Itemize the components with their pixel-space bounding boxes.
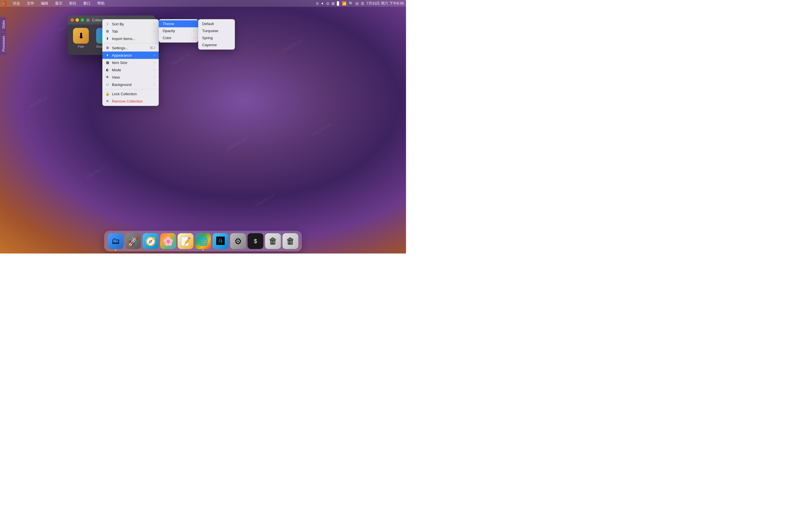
dock-trash-full[interactable]: 🗑: [265, 233, 281, 249]
dock-safari[interactable]: 🧭: [143, 233, 158, 249]
dock-appstore[interactable]: 🅰: [213, 233, 229, 249]
background-icon: □: [105, 82, 110, 87]
menu-item-remove-collection[interactable]: ✕ Remove Collection: [102, 98, 159, 105]
submenu-opacity[interactable]: Opacity ›: [159, 27, 198, 34]
maximize-button[interactable]: [81, 18, 84, 22]
theme-label: Theme: [163, 22, 191, 26]
settings-text: Settings...: [112, 46, 147, 50]
menubar-right: ⎘ ✦ ⊙ ⊞ ▊ 📶 🔍 ⊟ ☰ 7月31日 周六 下午8:39: [316, 1, 404, 6]
menubar-circle-icon[interactable]: ⊙: [326, 1, 329, 6]
menu-item-mode[interactable]: ◐ Mode ›: [102, 66, 159, 73]
settings-icon: ⚙: [105, 46, 110, 50]
spring-label: Spring: [202, 36, 231, 40]
dock-settings[interactable]: ⚙: [230, 233, 246, 249]
menu-separator-2: [102, 89, 159, 89]
dock-finder[interactable]: 🗂: [108, 233, 123, 249]
appearance-chevron: ›: [154, 54, 155, 57]
import-text: Import Items...: [112, 37, 155, 41]
close-button[interactable]: [70, 18, 74, 22]
import-icon: ⬇: [105, 36, 110, 41]
background-text: Background: [112, 82, 152, 87]
menubar-edit[interactable]: 编辑: [40, 1, 49, 6]
menubar-copy-icon[interactable]: ⎘: [316, 1, 319, 6]
tab-text: Tab: [112, 29, 152, 34]
menubar-control-center-icon[interactable]: ⊟: [356, 1, 359, 6]
dock: 🗂 🚀 🧭 🌸 📝 🌐 🅰 ⚙ $ 🗑: [104, 231, 302, 251]
menubar-notification-icon[interactable]: ☰: [361, 1, 364, 6]
menubar-search-icon[interactable]: 🔍: [349, 1, 353, 6]
menu-item-settings[interactable]: ⚙ Settings... ⌘J: [102, 44, 159, 52]
sort-by-chevron: ›: [154, 22, 155, 25]
appearance-text: Appearance: [112, 53, 152, 57]
dock-photos[interactable]: 🌸: [160, 233, 176, 249]
menubar-help[interactable]: 帮助: [96, 1, 106, 6]
menubar-grid-icon[interactable]: ⊞: [332, 1, 335, 6]
appstore-icon: 🅰: [216, 236, 225, 246]
theme-chevron: ›: [193, 22, 194, 25]
dock-launchpad[interactable]: 🚀: [125, 233, 141, 249]
trash-full-icon: 🗑: [269, 236, 277, 246]
color-chevron: ›: [193, 36, 194, 40]
item-size-text: Item Size: [112, 61, 152, 65]
folx-label: Folx: [78, 45, 84, 48]
menu-item-lock-collection[interactable]: 🔒 Lock Collection: [102, 90, 159, 98]
app-item-folx[interactable]: ⬇ Folx: [71, 28, 91, 48]
collection-icon: ⊞: [86, 18, 90, 22]
safari-icon: 🧭: [146, 236, 156, 246]
mode-icon: ◐: [105, 68, 110, 72]
menubar-app-icon[interactable]: ✦: [321, 1, 324, 6]
sidebar-tab-processes[interactable]: Processes: [0, 33, 6, 55]
menubar-view[interactable]: 显示: [54, 1, 63, 6]
sidebar-tabs: Disks Processes: [0, 17, 6, 55]
dock-notes[interactable]: 📝: [177, 233, 193, 249]
remove-collection-text: Remove Collection: [112, 99, 155, 103]
cayenne-label: Cayenne: [202, 43, 231, 47]
lock-collection-text: Lock Collection: [112, 92, 155, 96]
menubar-go[interactable]: 前往: [68, 1, 78, 6]
menubar-wifi-icon[interactable]: 📶: [342, 1, 347, 6]
dock-terminal[interactable]: $: [248, 233, 263, 249]
theme-default[interactable]: Default: [198, 20, 235, 27]
dock-chrome-icon: 🌐: [198, 236, 208, 246]
turquoise-label: Turquoise: [202, 29, 231, 33]
color-label: Color: [163, 36, 191, 40]
menu-item-sort-by[interactable]: ↕ Sort By ›: [102, 20, 159, 27]
menu-item-background[interactable]: □ Background ›: [102, 81, 159, 88]
settings-shortcut: ⌘J: [150, 46, 155, 50]
photos-icon: 🌸: [163, 236, 173, 246]
submenu-theme-menu: Default Turquoise Spring Cayenne: [198, 19, 235, 50]
apple-menu[interactable]: 🍎: [2, 1, 7, 6]
traffic-lights: [70, 18, 84, 22]
menubar-window[interactable]: 窗口: [82, 1, 92, 6]
submenu-theme[interactable]: Theme ›: [159, 20, 198, 27]
lock-icon: 🔒: [105, 92, 110, 96]
sidebar-tab-disks[interactable]: Disks: [0, 17, 6, 32]
minimize-button[interactable]: [75, 18, 79, 22]
theme-turquoise[interactable]: Turquoise: [198, 27, 235, 34]
menubar-battery-icon[interactable]: ▊: [337, 1, 340, 6]
theme-cayenne[interactable]: Cayenne: [198, 41, 235, 48]
menu-item-tab[interactable]: ⊞ Tab ›: [102, 27, 159, 35]
dock-chrome[interactable]: 🌐: [195, 233, 211, 249]
desktop: macdo.cn macdo.cn macdo.cn macdo.cn macd…: [0, 0, 406, 253]
theme-spring[interactable]: Spring: [198, 34, 235, 41]
menubar-finder[interactable]: 访达: [11, 1, 21, 6]
view-icon: 👁: [105, 75, 110, 79]
background-chevron: ›: [154, 83, 155, 86]
opacity-chevron: ›: [193, 29, 194, 33]
submenu-color[interactable]: Color ›: [159, 34, 198, 41]
dock-trash[interactable]: 🗑: [283, 233, 298, 249]
settings-dock-icon: ⚙: [234, 236, 242, 246]
tab-chevron: ›: [154, 30, 155, 33]
notes-icon: 📝: [181, 236, 191, 246]
remove-icon: ✕: [105, 99, 110, 103]
menu-item-view[interactable]: 👁 View ›: [102, 73, 159, 81]
menu-item-import[interactable]: ⬇ Import Items...: [102, 35, 159, 42]
menu-item-appearance[interactable]: ✦ Appearance ›: [102, 52, 159, 59]
menubar-file[interactable]: 文件: [26, 1, 35, 6]
menubar-time: 7月31日 周六 下午8:39: [366, 1, 404, 6]
menu-item-item-size[interactable]: ▦ Item Size ›: [102, 59, 159, 66]
chrome-indicator: [202, 249, 204, 251]
sort-by-icon: ↕: [105, 22, 110, 26]
item-size-chevron: ›: [154, 61, 155, 64]
